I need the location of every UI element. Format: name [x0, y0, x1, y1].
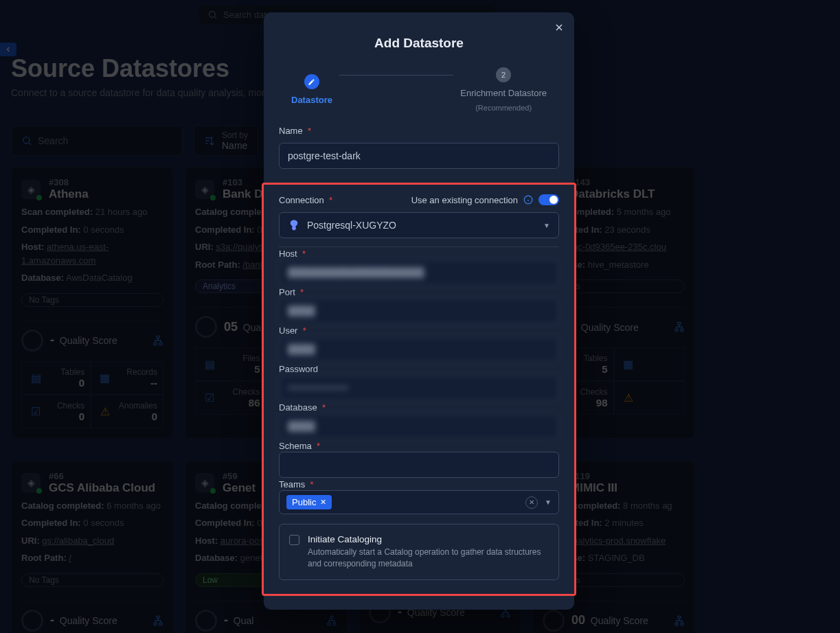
stepper: Datastore 2 Enrichment Datastore (Recomm…	[264, 67, 574, 112]
step-datastore[interactable]: Datastore	[291, 74, 332, 105]
teams-label: Teams *	[279, 479, 314, 490]
schema-label: Schema *	[279, 441, 320, 451]
connection-highlight-box: Connection * Use an existing connection …	[262, 183, 576, 596]
chip-remove-icon[interactable]: ✕	[320, 498, 326, 507]
port-input[interactable]	[279, 298, 559, 324]
existing-conn-label: Use an existing connection	[411, 195, 518, 205]
database-label: Database *	[279, 402, 326, 413]
catalog-checkbox[interactable]	[289, 535, 299, 545]
modal-title: Add Datastore	[264, 12, 574, 51]
connection-select[interactable]: Postgresql-XUGYZO ▼	[279, 212, 559, 238]
step-sublabel: (Recommended)	[475, 104, 532, 112]
user-label: User *	[279, 325, 306, 336]
password-label: Password	[279, 364, 318, 374]
host-input[interactable]	[279, 260, 559, 286]
catalog-subtitle: Automatically start a Catalog operation …	[308, 546, 549, 570]
user-input[interactable]	[279, 336, 559, 362]
database-input[interactable]	[279, 413, 559, 439]
step-enrichment[interactable]: 2 Enrichment Datastore (Recommended)	[460, 67, 547, 112]
chevron-down-icon: ▼	[545, 498, 552, 506]
close-button[interactable]	[554, 22, 565, 33]
name-label: Name *	[279, 126, 559, 136]
host-label: Host *	[279, 249, 306, 259]
step-divider	[339, 75, 453, 76]
info-icon[interactable]	[523, 195, 533, 205]
step-label: Enrichment Datastore	[460, 88, 547, 98]
teams-input[interactable]: Public ✕ ✕ ▼	[279, 490, 559, 514]
schema-input[interactable]	[279, 452, 559, 478]
chevron-down-icon: ▼	[543, 222, 550, 229]
initiate-cataloging-block[interactable]: Initiate Cataloging Automatically start …	[279, 524, 559, 580]
catalog-title: Initiate Cataloging	[308, 534, 549, 544]
postgres-icon	[288, 219, 300, 231]
step-number: 2	[496, 67, 511, 82]
existing-conn-toggle[interactable]	[538, 194, 559, 205]
pencil-icon	[304, 74, 319, 89]
password-input[interactable]	[279, 375, 559, 401]
close-icon	[554, 22, 565, 33]
divider	[279, 246, 559, 247]
step-label: Datastore	[291, 95, 332, 105]
team-chip-public[interactable]: Public ✕	[286, 495, 332, 509]
port-label: Port *	[279, 287, 304, 297]
add-datastore-modal: Add Datastore Datastore 2 Enrichment Dat…	[264, 12, 574, 610]
connection-value: Postgresql-XUGYZO	[307, 220, 396, 231]
connection-label: Connection *	[279, 195, 332, 205]
clear-icon[interactable]: ✕	[525, 496, 538, 509]
name-input[interactable]	[279, 143, 559, 169]
